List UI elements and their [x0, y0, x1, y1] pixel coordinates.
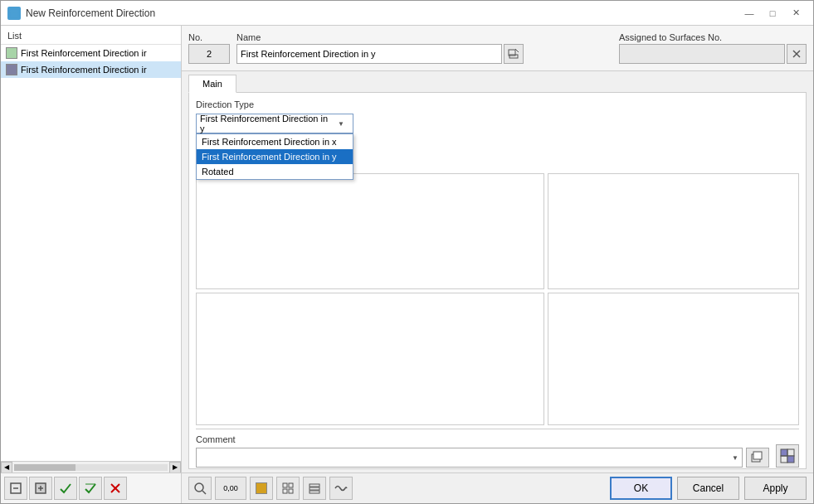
scroll-track[interactable]: [14, 464, 168, 471]
direction-dropdown[interactable]: First Reinforcement Direction in y ▼: [196, 114, 353, 133]
apply-button[interactable]: Apply: [744, 477, 807, 500]
main-window: New Reinforcement Direction — □ ✕ List F…: [0, 0, 814, 504]
ok-button[interactable]: OK: [610, 477, 672, 500]
list-item-label-1: First Reinforcement Direction ir: [21, 48, 147, 58]
list-tool-btn-1[interactable]: [4, 477, 27, 500]
list-toolbar: [1, 472, 181, 503]
svg-rect-21: [787, 456, 794, 463]
color-btn[interactable]: [250, 477, 273, 500]
window-icon: [7, 7, 21, 20]
side-action-btn[interactable]: [776, 444, 799, 468]
svg-rect-24: [283, 483, 287, 487]
list-item[interactable]: First Reinforcement Direction ir: [1, 61, 181, 78]
comment-label: Comment: [196, 434, 769, 444]
svg-line-23: [202, 491, 206, 494]
svg-rect-27: [289, 489, 293, 493]
assigned-label: Assigned to Surfaces No.: [619, 32, 807, 42]
direction-selected-text: First Reinforcement Direction in y: [200, 114, 331, 133]
name-edit-btn[interactable]: [504, 44, 524, 64]
comment-edit-btn[interactable]: [746, 448, 769, 468]
dropdown-arrow-icon: ▼: [333, 120, 349, 128]
cancel-button[interactable]: Cancel: [677, 477, 739, 500]
comment-field-group: Comment ▼: [196, 434, 769, 468]
scroll-left-btn[interactable]: ◀: [1, 462, 12, 473]
tab-inner: Direction Type First Reinforcement Direc…: [196, 99, 799, 462]
tabs-bar: Main: [182, 71, 813, 92]
direction-dropdown-popup: First Reinforcement Direction in x First…: [196, 133, 353, 180]
list-item-color-2: [6, 64, 17, 75]
svg-rect-30: [310, 491, 319, 493]
panels-area: [196, 173, 799, 425]
direction-type-container: Direction Type First Reinforcement Direc…: [196, 99, 353, 133]
dropdown-option-rotated[interactable]: Rotated: [197, 164, 353, 179]
svg-rect-29: [310, 487, 319, 490]
no-input[interactable]: [188, 44, 230, 64]
name-label: Name: [236, 32, 612, 42]
horizontal-scrollbar[interactable]: ◀ ▶: [1, 461, 181, 472]
grid-btn[interactable]: [276, 477, 300, 500]
assigned-edit-btn[interactable]: [787, 44, 807, 64]
right-panel: No. Name: [182, 26, 813, 503]
value-display: 0,00: [223, 484, 238, 492]
dropdown-option-first-x[interactable]: First Reinforcement Direction in x: [197, 134, 353, 149]
window-title: New Reinforcement Direction: [26, 7, 734, 19]
title-controls: — □ ✕: [738, 5, 807, 22]
bottom-left-panel: [196, 293, 544, 425]
list-delete-btn[interactable]: [104, 477, 127, 500]
list-tool-btn-2[interactable]: [29, 477, 52, 500]
comment-dropdown-arrow: ▼: [732, 454, 738, 462]
scroll-right-btn[interactable]: ▶: [169, 462, 181, 473]
svg-rect-17: [753, 452, 762, 459]
direction-dropdown-container: First Reinforcement Direction in y ▼ Fir…: [196, 114, 353, 133]
direction-type-label: Direction Type: [196, 99, 353, 109]
bottom-icon-group: 0,00: [188, 477, 353, 500]
dropdown-option-first-y[interactable]: First Reinforcement Direction in y: [197, 149, 353, 164]
tab-content-main: Direction Type First Reinforcement Direc…: [188, 92, 807, 469]
name-with-edit: [236, 44, 612, 64]
direction-type-row: Direction Type First Reinforcement Direc…: [196, 99, 799, 133]
close-button[interactable]: ✕: [785, 5, 807, 22]
bottom-right-panel: [548, 293, 799, 425]
zoom-btn[interactable]: [188, 477, 212, 500]
list-item-color-1: [6, 47, 17, 59]
maximize-button[interactable]: □: [762, 5, 783, 22]
no-label: No.: [188, 32, 230, 42]
list-item[interactable]: First Reinforcement Direction ir: [1, 45, 181, 61]
info-bar: No. Name: [182, 26, 813, 71]
scroll-thumb: [14, 464, 76, 471]
left-panels: [196, 173, 544, 425]
comment-row: ▼: [196, 448, 769, 468]
left-panel: List First Reinforcement Direction ir Fi…: [1, 26, 182, 503]
name-input[interactable]: [236, 44, 502, 64]
top-left-panel: [196, 173, 544, 289]
svg-rect-28: [310, 484, 319, 487]
svg-rect-20: [781, 456, 787, 463]
svg-rect-25: [289, 483, 293, 487]
svg-rect-0: [10, 9, 18, 17]
svg-rect-19: [787, 449, 794, 456]
list-tool-btn-3[interactable]: [54, 477, 77, 500]
assigned-input[interactable]: [619, 44, 785, 64]
main-content: List First Reinforcement Direction ir Fi…: [1, 26, 813, 503]
top-right-panel: [548, 173, 799, 289]
right-panels: [548, 173, 799, 425]
list-items: First Reinforcement Direction ir First R…: [1, 45, 181, 461]
list-header: List: [1, 26, 181, 45]
title-bar: New Reinforcement Direction — □ ✕: [1, 1, 813, 26]
name-field-group: Name: [236, 32, 612, 64]
list-item-label-2: First Reinforcement Direction ir: [21, 65, 147, 75]
wave-btn[interactable]: [329, 477, 353, 500]
svg-rect-26: [283, 489, 287, 493]
dialog-buttons: OK Cancel Apply: [610, 477, 807, 500]
layers-btn[interactable]: [303, 477, 326, 500]
comment-dropdown[interactable]: ▼: [196, 448, 743, 468]
list-tool-btn-4[interactable]: [79, 477, 102, 500]
assigned-field-group: Assigned to Surfaces No.: [619, 32, 807, 64]
bottom-toolbar: 0,00: [182, 472, 813, 503]
value-btn[interactable]: 0,00: [215, 477, 246, 500]
svg-point-22: [195, 483, 203, 492]
svg-line-13: [515, 49, 519, 52]
svg-rect-18: [781, 449, 787, 456]
tab-main[interactable]: Main: [188, 75, 236, 93]
minimize-button[interactable]: —: [738, 5, 760, 22]
